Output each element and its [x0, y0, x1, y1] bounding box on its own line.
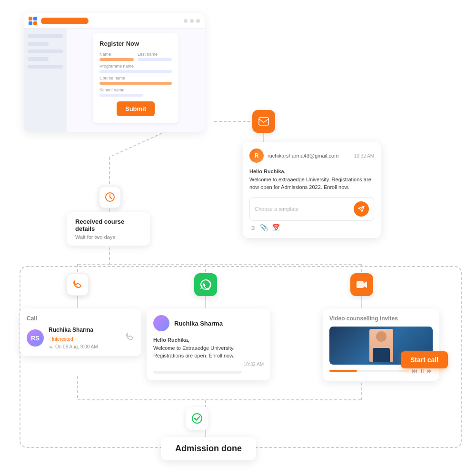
phone-node-icon [66, 273, 89, 296]
email-message: Welcome to extraaedge University. Regist… [249, 177, 371, 190]
course-label: Course name [99, 76, 172, 80]
admission-check-node [186, 407, 208, 430]
call-person-avatar: RS [27, 329, 44, 347]
play-pause-icon[interactable]: ⏸ [419, 367, 425, 374]
browser-logo [29, 17, 37, 25]
video-progress-bar[interactable] [329, 370, 409, 372]
call-person-phone: On 08 Aug, 9:00 AM [49, 344, 120, 349]
email-time: 10:32 AM [354, 153, 374, 159]
register-card: Register Now Name Last name Programme na… [93, 33, 178, 123]
email-from: ruchikarsharma43@gmail.com [268, 153, 350, 159]
admission-done-card: Admission done [161, 437, 256, 460]
compose-placeholder: Choose a template [255, 206, 350, 212]
call-person-tag: Interested [49, 336, 76, 342]
call-person-info: Ruchika Sharma Interested On 08 Aug, 9:0… [49, 327, 120, 349]
sidebar-line-5 [28, 65, 63, 69]
clock-node-icon [99, 186, 121, 208]
browser-dots [184, 19, 200, 23]
received-title: Received course details [75, 218, 141, 232]
email-avatar: R [249, 149, 264, 163]
school-label: School name [99, 88, 172, 92]
video-node-icon [350, 273, 373, 296]
wa-greeting-text: Hello Ruchika, [153, 337, 189, 343]
whatsapp-node-icon [194, 273, 217, 296]
calendar-icon[interactable]: 📅 [272, 224, 280, 231]
email-body: Hello Ruchika, Welcome to extraaedge Uni… [249, 168, 374, 191]
browser-url-bar [41, 18, 89, 24]
browser-main: Register Now Name Last name Programme na… [67, 29, 205, 132]
sidebar-line-2 [28, 42, 49, 46]
browser-sidebar [24, 29, 67, 132]
received-subtitle: Wait for two days. [75, 234, 141, 240]
email-compose-area[interactable]: Choose a template [249, 197, 374, 221]
call-person-name: Ruchika Sharma [49, 327, 120, 333]
whatsapp-card: Ruchika Sharma Hello Ruchika, Welcome to… [147, 308, 270, 380]
video-person-image [369, 329, 393, 362]
wa-input-line [153, 371, 242, 374]
name-label: Name [99, 52, 134, 57]
sidebar-line-3 [28, 50, 63, 53]
svg-point-25 [192, 414, 202, 423]
call-phone-info: On 08 Aug, 9:00 AM [55, 344, 98, 349]
attach-icon[interactable]: 📎 [260, 224, 268, 231]
email-header: R ruchikarsharma43@gmail.com 10:32 AM [249, 149, 374, 163]
email-toolbar: ☺ 📎 📅 [249, 224, 374, 231]
lastname-label: Last name [138, 52, 172, 57]
received-card: Received course details Wait for two day… [67, 212, 150, 246]
video-controls: ⏮ ⏸ ⏭ [329, 367, 433, 374]
wa-person-name: Ruchika Sharma [174, 320, 223, 327]
email-node-icon [252, 110, 275, 133]
rewind-icon[interactable]: ⏮ [412, 367, 417, 374]
browser-content: Register Now Name Last name Programme na… [24, 29, 205, 132]
email-greeting: Hello Ruchika, [249, 169, 286, 174]
start-call-button[interactable]: Start call [401, 351, 448, 368]
register-title: Register Now [99, 40, 172, 47]
wa-greeting: Hello Ruchika, Welcome to Extraaedge Uni… [153, 336, 264, 360]
admission-done-label: Admission done [175, 444, 242, 453]
email-card: R ruchikarsharma43@gmail.com 10:32 AM He… [243, 142, 381, 238]
browser-bar [24, 13, 205, 29]
svg-rect-24 [357, 281, 364, 288]
wa-header: Ruchika Sharma [153, 315, 264, 331]
emoji-icon[interactable]: ☺ [249, 224, 256, 231]
sidebar-line-4 [28, 57, 49, 61]
sidebar-line-1 [28, 34, 63, 38]
wa-time: 10:32 AM [153, 362, 264, 367]
wa-body-text: Welcome to Extraaedge University. Regist… [153, 345, 235, 359]
call-person: RS Ruchika Sharma Interested On 08 Aug, … [27, 327, 135, 349]
send-button[interactable] [354, 201, 369, 217]
svg-rect-22 [259, 118, 268, 125]
submit-button[interactable]: Submit [117, 101, 155, 116]
programme-label: Programme name [99, 64, 172, 69]
forward-icon[interactable]: ⏭ [427, 367, 433, 374]
video-ctrl-icons: ⏮ ⏸ ⏭ [412, 367, 433, 374]
call-card: Call RS Ruchika Sharma Interested On 08 … [20, 308, 141, 356]
wa-avatar [153, 315, 169, 331]
browser-mockup: Register Now Name Last name Programme na… [24, 13, 205, 132]
call-phone-icon [125, 332, 135, 344]
video-card: Video counselling invites ⏮ ⏸ ⏭ [323, 308, 439, 381]
video-card-title: Video counselling invites [329, 315, 433, 322]
call-card-header: Call [27, 315, 135, 322]
video-progress-fill [329, 370, 357, 372]
